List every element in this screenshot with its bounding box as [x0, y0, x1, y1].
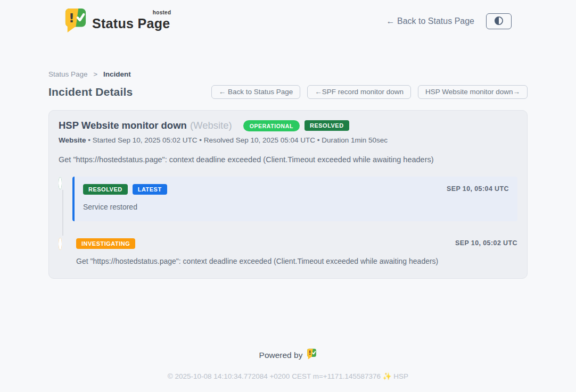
incident-meta: Website • Started Sep 10, 2025 05:02 UTC…: [59, 136, 517, 144]
breadcrumb-current: Incident: [103, 70, 131, 78]
incident-monitor-name: Website: [59, 136, 86, 144]
timeline-card-latest: RESOLVED LATEST SEP 10, 05:04 UTC Servic…: [72, 177, 517, 221]
logo-bubble-mini-icon[interactable]: !: [307, 348, 317, 362]
timeline-timestamp: SEP 10, 05:04 UTC: [447, 185, 509, 193]
breadcrumb: Status Page > Incident: [48, 70, 528, 78]
timeline-rail: [59, 177, 67, 221]
logo-hosted-label: hosted: [153, 10, 171, 15]
main-content: Status Page > Incident Incident Details …: [48, 40, 528, 279]
timeline-message: Service restored: [83, 203, 509, 211]
resolved-status-badge: RESOLVED: [305, 120, 349, 131]
header-back-link[interactable]: ← Back to Status Page: [386, 16, 474, 26]
next-incident-button[interactable]: HSP Website monitor down→: [418, 85, 528, 99]
back-to-status-page-button[interactable]: ← Back to Status Page: [211, 85, 301, 99]
copyright-text: © 2025-10-08 14:10:34.772084 +0200 CEST …: [0, 372, 576, 380]
svg-text:!: !: [69, 11, 75, 26]
incident-started: • Started Sep 10, 2025 05:02 UTC: [88, 136, 197, 144]
page-footer: Powered by ! © 2025-10-08 14:10:34.77208…: [0, 348, 576, 392]
timeline-entry-resolved: RESOLVED LATEST SEP 10, 05:04 UTC Servic…: [59, 177, 517, 221]
green-dot-icon: [59, 177, 62, 189]
prev-incident-button[interactable]: ←SPF record monitor down: [307, 85, 411, 99]
incident-title: HSP Website monitor down: [59, 120, 187, 131]
operational-status-badge: OPERATIONAL: [243, 120, 300, 131]
theme-toggle-button[interactable]: [486, 13, 512, 29]
powered-by: Powered by !: [0, 348, 576, 362]
timeline-entry-investigating: INVESTIGATING SEP 10, 05:02 UTC Get "htt…: [59, 237, 517, 265]
breadcrumb-separator: >: [93, 70, 97, 78]
page-title: Incident Details: [48, 86, 133, 98]
logo-text: Status Page hosted: [92, 12, 170, 31]
incident-resolved: • Resolved Sep 10, 2025 05:04 UTC: [199, 136, 315, 144]
timeline-latest-badge: LATEST: [133, 184, 167, 195]
timeline-card-investigating: INVESTIGATING SEP 10, 05:02 UTC Get "htt…: [72, 237, 517, 265]
breadcrumb-root[interactable]: Status Page: [48, 70, 88, 78]
incident-timeline: RESOLVED LATEST SEP 10, 05:04 UTC Servic…: [59, 177, 517, 265]
svg-text:!: !: [309, 349, 311, 356]
incident-nav-buttons: ← Back to Status Page ←SPF record monito…: [211, 85, 528, 99]
app-logo[interactable]: ! Status Page hosted: [64, 7, 170, 35]
timeline-message: Get "https://hostedstatus.page": context…: [76, 257, 517, 265]
half-moon-contrast-icon: [494, 16, 504, 27]
incident-scope: (Website): [190, 120, 232, 131]
logo-bubble-icon: !: [64, 7, 87, 35]
incident-duration: • Duration 1min 50sec: [317, 136, 388, 144]
timeline-investigating-badge: INVESTIGATING: [76, 238, 135, 249]
incident-description: Get "https://hostedstatus.page": context…: [59, 155, 517, 164]
timeline-rail: [59, 237, 67, 265]
timeline-timestamp: SEP 10, 05:02 UTC: [455, 239, 517, 247]
timeline-resolved-badge: RESOLVED: [83, 184, 128, 195]
page-header: ! Status Page hosted ← Back to Status Pa…: [0, 0, 576, 40]
incident-card: HSP Website monitor down (Website) OPERA…: [48, 110, 528, 279]
orange-dot-icon: [59, 238, 62, 250]
powered-by-label: Powered by: [259, 351, 303, 360]
